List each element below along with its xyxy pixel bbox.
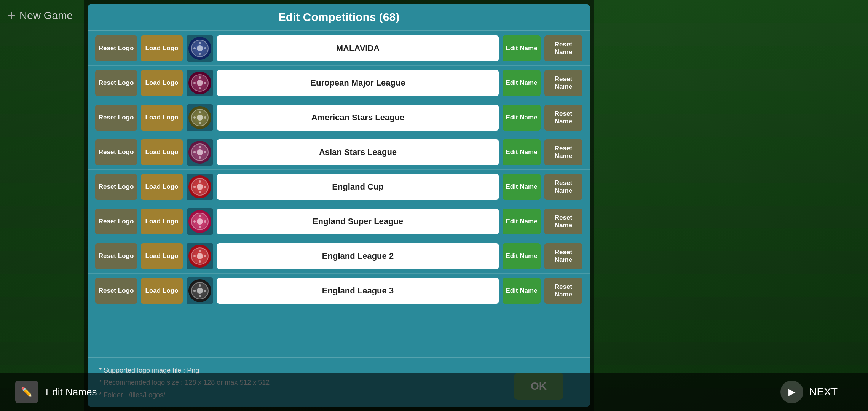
table-row: Reset Logo Load Logo England League 2 Ed… [88, 239, 590, 274]
logo-american-stars [187, 104, 213, 131]
next-icon: ▶ [780, 381, 803, 403]
svg-point-13 [197, 115, 203, 121]
load-logo-button-england-super[interactable]: Load Logo [141, 209, 183, 234]
svg-point-47 [204, 290, 206, 292]
competition-name-england-super: England Super League [217, 209, 499, 234]
edit-name-button-england-super[interactable]: Edit Name [503, 209, 541, 234]
svg-point-15 [199, 122, 201, 124]
svg-point-4 [193, 47, 196, 49]
svg-point-38 [199, 250, 201, 252]
svg-point-35 [204, 220, 206, 223]
logo-svg-european-major [191, 74, 209, 92]
logo-inner-malavida [188, 37, 211, 60]
reset-name-button-england-cup[interactable]: Reset Name [544, 174, 582, 200]
logo-svg-england-2 [191, 247, 209, 265]
load-logo-button-england-2[interactable]: Load Logo [141, 243, 183, 269]
modal-header: Edit Competitions (68) [88, 4, 590, 31]
svg-point-19 [197, 149, 203, 155]
reset-name-button-england-2[interactable]: Reset Name [544, 243, 582, 269]
svg-point-29 [204, 186, 206, 188]
reset-logo-button-european-major[interactable]: Reset Logo [95, 70, 137, 96]
edit-names-label: Edit Names [46, 386, 97, 398]
svg-point-44 [199, 284, 201, 287]
competition-name-european-major: European Major League [217, 70, 499, 96]
logo-inner-england-2 [188, 245, 211, 268]
reset-name-button-england-3[interactable]: Reset Name [544, 278, 582, 304]
svg-point-2 [199, 42, 201, 44]
reset-name-button-european-major[interactable]: Reset Name [544, 70, 582, 96]
load-logo-button-american-stars[interactable]: Load Logo [141, 105, 183, 131]
logo-england-super [187, 208, 213, 235]
load-logo-button-england-3[interactable]: Load Logo [141, 278, 183, 304]
new-game-label: New Game [19, 10, 73, 22]
table-row: Reset Logo Load Logo MALAVIDA Edit Name … [88, 31, 590, 66]
svg-point-45 [199, 295, 201, 297]
logo-european-major [187, 70, 213, 96]
reset-logo-button-malavida[interactable]: Reset Logo [95, 35, 137, 61]
svg-point-26 [199, 180, 201, 183]
svg-point-23 [204, 151, 206, 153]
table-row: Reset Logo Load Logo England Super Leagu… [88, 204, 590, 239]
new-game-button[interactable]: + New Game [8, 8, 73, 24]
svg-point-25 [197, 184, 203, 190]
modal-title: Edit Competitions (68) [278, 11, 399, 23]
logo-svg-malavida [191, 39, 209, 57]
svg-point-1 [197, 45, 203, 51]
logo-inner-england-3 [188, 279, 211, 302]
edit-name-button-england-2[interactable]: Edit Name [503, 243, 541, 269]
edit-name-button-european-major[interactable]: Edit Name [503, 70, 541, 96]
modal: Edit Competitions (68) Reset Logo Load L… [88, 4, 590, 407]
competition-name-malavida: MALAVIDA [217, 35, 499, 61]
next-button[interactable]: ▶ NEXT [780, 381, 838, 403]
reset-logo-button-england-2[interactable]: Reset Logo [95, 243, 137, 269]
reset-logo-button-england-3[interactable]: Reset Logo [95, 278, 137, 304]
svg-point-16 [193, 116, 196, 119]
svg-point-10 [193, 82, 196, 84]
svg-point-28 [193, 186, 196, 188]
edit-name-button-american-stars[interactable]: Edit Name [503, 105, 541, 131]
reset-logo-button-england-cup[interactable]: Reset Logo [95, 174, 137, 200]
logo-svg-american-stars [191, 108, 209, 127]
svg-point-40 [193, 255, 196, 257]
svg-point-21 [199, 156, 201, 159]
competitions-list: Reset Logo Load Logo MALAVIDA Edit Name … [88, 31, 590, 308]
table-row: Reset Logo Load Logo England League 3 Ed… [88, 274, 590, 308]
load-logo-button-malavida[interactable]: Load Logo [141, 35, 183, 61]
edit-names-icon: ✏️ [15, 381, 38, 403]
load-logo-button-european-major[interactable]: Load Logo [141, 70, 183, 96]
reset-logo-button-asian-stars[interactable]: Reset Logo [95, 139, 137, 165]
reset-name-button-asian-stars[interactable]: Reset Name [544, 139, 582, 165]
edit-name-button-england-cup[interactable]: Edit Name [503, 174, 541, 200]
svg-point-46 [193, 290, 196, 292]
svg-point-33 [199, 226, 201, 228]
logo-svg-england-3 [191, 282, 209, 300]
modal-body[interactable]: Reset Logo Load Logo MALAVIDA Edit Name … [88, 31, 590, 357]
svg-point-17 [204, 116, 206, 119]
reset-logo-button-american-stars[interactable]: Reset Logo [95, 105, 137, 131]
svg-point-5 [204, 47, 206, 49]
reset-name-button-malavida[interactable]: Reset Name [544, 35, 582, 61]
logo-svg-england-super [191, 212, 209, 231]
svg-point-31 [197, 218, 203, 225]
edit-name-button-england-3[interactable]: Edit Name [503, 278, 541, 304]
competition-name-england-2: England League 2 [217, 243, 499, 269]
svg-point-9 [199, 87, 201, 89]
edit-name-button-malavida[interactable]: Edit Name [503, 35, 541, 61]
reset-name-button-american-stars[interactable]: Reset Name [544, 105, 582, 131]
table-row: Reset Logo Load Logo European Major Leag… [88, 66, 590, 100]
logo-inner-england-super [188, 210, 211, 233]
reset-name-button-england-super[interactable]: Reset Name [544, 209, 582, 234]
edit-name-button-asian-stars[interactable]: Edit Name [503, 139, 541, 165]
modal-backdrop: Edit Competitions (68) Reset Logo Load L… [84, 0, 594, 411]
reset-logo-button-england-super[interactable]: Reset Logo [95, 209, 137, 234]
load-logo-button-asian-stars[interactable]: Load Logo [141, 139, 183, 165]
logo-inner-asian-stars [188, 141, 211, 164]
svg-point-34 [193, 220, 196, 223]
svg-point-41 [204, 255, 206, 257]
logo-england-3 [187, 277, 213, 304]
svg-point-39 [199, 260, 201, 263]
load-logo-button-england-cup[interactable]: Load Logo [141, 174, 183, 200]
table-row: Reset Logo Load Logo American Stars Leag… [88, 100, 590, 135]
svg-point-8 [199, 76, 201, 79]
logo-malavida [187, 35, 213, 62]
